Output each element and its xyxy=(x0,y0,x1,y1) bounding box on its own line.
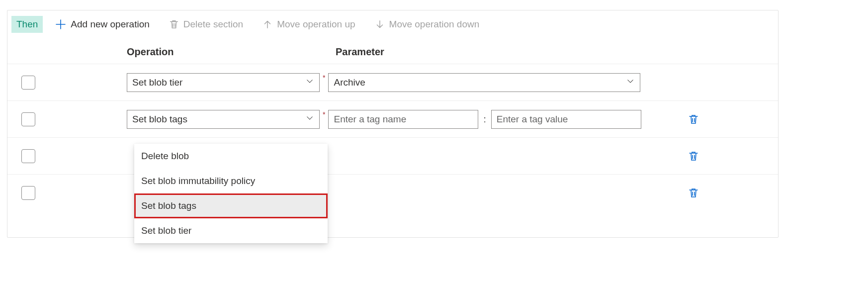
then-section-panel: Then Add new operation Delete section Mo… xyxy=(7,10,779,238)
then-label: Then xyxy=(11,16,43,33)
chevron-down-icon xyxy=(305,77,314,88)
dropdown-item-set-blob-tier[interactable]: Set blob tier xyxy=(134,218,328,243)
dropdown-item-set-blob-immutability-policy[interactable]: Set blob immutability policy xyxy=(134,169,328,193)
tag-value-input[interactable] xyxy=(491,110,641,129)
delete-row-button[interactable] xyxy=(688,150,699,162)
operation-select[interactable]: Set blob tags xyxy=(127,110,320,129)
delete-section-button[interactable]: Delete section xyxy=(162,16,250,33)
move-operation-down-button[interactable]: Move operation down xyxy=(367,16,487,33)
dropdown-item-set-blob-tags[interactable]: Set blob tags xyxy=(134,193,328,218)
operation-row: Set blob tier * Archive xyxy=(7,64,778,100)
move-operation-up-button[interactable]: Move operation up xyxy=(255,16,362,33)
operation-row: Set blob tags * : xyxy=(7,100,778,137)
row-checkbox[interactable] xyxy=(21,149,35,163)
delete-row-button[interactable] xyxy=(688,113,699,125)
chevron-down-icon xyxy=(626,77,635,88)
required-asterisk: * xyxy=(323,74,325,82)
parameter-select-value: Archive xyxy=(334,77,365,88)
arrow-down-icon xyxy=(374,19,385,30)
section-toolbar: Then Add new operation Delete section Mo… xyxy=(7,10,778,38)
operation-row: * xyxy=(7,137,778,174)
tag-name-input[interactable] xyxy=(328,110,478,129)
dropdown-item-delete-blob[interactable]: Delete blob xyxy=(134,144,328,169)
operation-select-value: Set blob tags xyxy=(132,114,187,125)
move-operation-up-label: Move operation up xyxy=(277,19,355,30)
row-checkbox[interactable] xyxy=(21,76,35,90)
chevron-down-icon xyxy=(305,113,314,125)
arrow-up-icon xyxy=(262,19,273,30)
required-asterisk: * xyxy=(323,110,325,118)
operation-row: * xyxy=(7,174,778,211)
move-operation-down-label: Move operation down xyxy=(389,19,480,30)
add-new-operation-button[interactable]: Add new operation xyxy=(48,15,156,33)
colon-separator: : xyxy=(483,114,486,125)
delete-section-label: Delete section xyxy=(183,19,243,30)
row-checkbox[interactable] xyxy=(21,112,35,126)
operation-select-value: Set blob tier xyxy=(132,77,182,88)
operation-select[interactable]: Set blob tier xyxy=(127,73,320,92)
column-headers: Operation Parameter xyxy=(7,38,778,64)
operation-dropdown: Delete blob Set blob immutability policy… xyxy=(134,144,328,243)
add-new-operation-label: Add new operation xyxy=(71,19,149,30)
plus-icon xyxy=(55,18,67,30)
trash-icon xyxy=(169,19,179,30)
header-parameter: Parameter xyxy=(336,46,778,58)
delete-row-button[interactable] xyxy=(688,187,699,199)
parameter-select[interactable]: Archive xyxy=(328,73,640,92)
header-operation: Operation xyxy=(127,46,336,58)
row-checkbox[interactable] xyxy=(21,186,35,200)
